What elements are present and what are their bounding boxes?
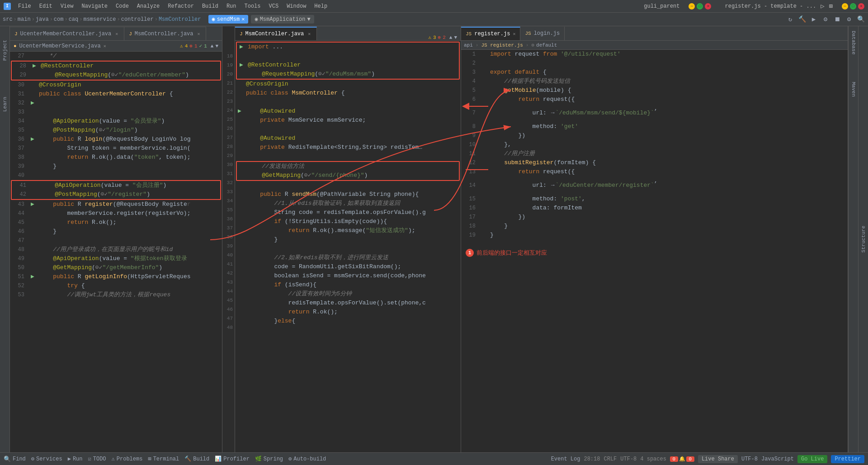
terminal-icon[interactable]: ⊞ (148, 456, 151, 462)
services-icon[interactable]: ⚙ (31, 456, 34, 462)
menu-analyze[interactable]: Analyze (133, 2, 163, 10)
go-live-btn[interactable]: Go Live (797, 455, 827, 463)
sub-tab-close[interactable]: ✕ (104, 43, 106, 49)
run-gutter-28[interactable]: ▶ (30, 62, 39, 71)
menu-edit[interactable]: Edit (36, 2, 56, 10)
search-icon-toolbar[interactable]: 🔍 (856, 15, 865, 24)
msm-app-btn[interactable]: ◉ MsmApplication ▼ (251, 15, 314, 24)
settings-icon[interactable]: ⚙ (844, 15, 854, 24)
js-tab-close-register[interactable]: ✕ (513, 31, 515, 37)
menu-code[interactable]: Code (112, 2, 132, 10)
run-gutter-51[interactable]: ▶ (28, 272, 37, 281)
menu-navigate[interactable]: Navigate (78, 2, 111, 10)
menu-file[interactable]: File (14, 2, 35, 10)
run-gutter-36[interactable]: ▶ (28, 135, 37, 144)
run-gutter-32[interactable]: ▶ (28, 99, 37, 108)
build-icon-bottom[interactable]: 🔨 (184, 456, 191, 462)
mid-line-42: code = RandomUtil.getSixBitRandom(); (235, 262, 461, 271)
find-label[interactable]: Find (13, 456, 26, 462)
menu-refactor[interactable]: Refactor (164, 2, 198, 10)
profiler-icon[interactable]: 📊 (215, 456, 222, 462)
services-label[interactable]: Services (36, 456, 62, 462)
maximize-button-left[interactable]: □ (697, 3, 703, 9)
spring-icon[interactable]: 🌿 (255, 456, 262, 462)
tab-login-js[interactable]: JS login.js (520, 27, 565, 40)
sub-tab-bar: ● UcenterMemberService.java ✕ ⚠ 4 ⊗ 1 ✓ … (10, 41, 222, 52)
prettier-btn[interactable]: Prettier (831, 455, 864, 463)
sidebar-learn[interactable]: Learn (2, 97, 8, 112)
auto-build-icon[interactable]: ⚙ (288, 456, 292, 462)
event-log[interactable]: Event Log (551, 456, 580, 462)
msm-app-dropdown[interactable]: ▼ (307, 16, 310, 23)
menu-tools[interactable]: Tools (241, 2, 264, 10)
maximize-button-right[interactable]: □ (850, 3, 856, 9)
mid-line-37: if (!StringUtils.isEmpty(code)){ (235, 217, 461, 226)
menu-window[interactable]: Window (283, 2, 310, 10)
run-gutter-mid-18[interactable]: ▶ (237, 43, 246, 52)
tab-close-msm-mid[interactable]: ✕ (307, 31, 312, 37)
run-btn-icon[interactable]: ▶ (68, 456, 71, 462)
auto-build-label[interactable]: Auto-build (293, 456, 326, 462)
scroll-down-left[interactable]: ▼ (215, 43, 218, 49)
project-name: guli_parent (644, 3, 679, 9)
sidebar-database[interactable]: Database (851, 31, 856, 55)
mid-line-38: return R.ok().message("短信发送成功"); (235, 226, 461, 235)
second-window-icon2[interactable]: ⊞ (829, 2, 833, 10)
find-icon[interactable]: 🔍 (4, 456, 11, 463)
run-label[interactable]: Run (73, 456, 83, 462)
sidebar-maven[interactable]: Maven (851, 82, 856, 97)
terminal-label[interactable]: Terminal (153, 456, 179, 462)
spring-label[interactable]: Spring (264, 456, 283, 462)
run-gutter-mid-25[interactable]: ▶ (235, 107, 244, 116)
sidebar-project[interactable]: Project (2, 40, 8, 61)
second-window-icon1[interactable]: ▷ (821, 2, 824, 10)
run-gutter-43[interactable]: ▶ (28, 200, 37, 209)
code-line-34: 34 @ApiOperation(value = "会员登录") (10, 117, 222, 126)
menu-run[interactable]: Run (223, 2, 240, 10)
build-label[interactable]: Build (193, 456, 209, 462)
profiler-label[interactable]: Profiler (223, 456, 250, 462)
breadcrumb-msmservice: msmservice (83, 16, 116, 23)
scroll-up-left[interactable]: ▲ (211, 43, 214, 49)
red-box-2: 41 @ApiOperation(value = "会员注册") 42 @Pos… (11, 180, 221, 200)
menu-build[interactable]: Build (198, 2, 222, 10)
refresh-icon[interactable]: ↻ (786, 15, 795, 24)
todo-icon[interactable]: ☑ (88, 456, 91, 462)
run-icon[interactable]: ▶ (809, 15, 818, 24)
tab-msm-controller-mid[interactable]: J MsmController.java ✕ (235, 27, 317, 40)
close-button-left[interactable]: ✕ (705, 3, 711, 9)
js-line-10: 10 }, (461, 140, 848, 149)
code-line-37: 37 String token = memberService.login( (10, 144, 222, 153)
tab-msm-controller-left[interactable]: J MsmController.java ✕ (124, 27, 206, 40)
run-gutter-mid-20[interactable]: ▶ (237, 61, 246, 70)
minimize-button-right[interactable]: ─ (842, 3, 848, 9)
tab-ucenter-controller[interactable]: J UcenterMemberController.java ✕ (10, 27, 124, 40)
sidebar-structure[interactable]: Structure (861, 226, 866, 252)
stop-icon[interactable]: ⏹ (833, 15, 842, 24)
tab-close-msm-left[interactable]: ✕ (196, 31, 201, 37)
scroll-down-mid[interactable]: ▼ (454, 35, 457, 40)
debug-icon[interactable]: ⚙ (821, 15, 830, 24)
mid-line-43: boolean isSend = msmService.send(code,ph… (235, 271, 461, 280)
menu-vcs[interactable]: VCS (265, 2, 283, 10)
todo-label[interactable]: TODO (93, 456, 106, 462)
status-position: 28:18 (584, 456, 600, 462)
send-tab-close[interactable]: ✕ (241, 16, 245, 23)
build-icon[interactable]: 🔨 (797, 15, 807, 24)
editors-container: J UcenterMemberController.java ✕ J MsmCo… (10, 26, 848, 452)
problems-label[interactable]: Problems (117, 456, 143, 462)
tab-register-js[interactable]: JS register.js ✕ (461, 27, 520, 40)
code-line-29: 29 @RequestMapping(⊙✓"/eduCenter/member"… (12, 71, 220, 80)
send-tab-icon: ◉ (212, 16, 215, 23)
problems-icon[interactable]: ⚠ (112, 456, 115, 462)
scroll-up-mid[interactable]: ▲ (449, 35, 453, 40)
send-msm-tab[interactable]: ◉ sendMsm ✕ (208, 15, 249, 24)
close-button-right[interactable]: ✕ (858, 3, 864, 9)
menu-help[interactable]: Help (311, 2, 331, 10)
menu-view[interactable]: View (57, 2, 77, 10)
tab-close-ucenter[interactable]: ✕ (114, 31, 119, 37)
err-icon-mid: ⊗ (438, 34, 441, 40)
code-line-27: 27 */ (10, 52, 222, 61)
minimize-button-left[interactable]: ─ (689, 3, 695, 9)
live-share-btn[interactable]: Live Share (698, 455, 738, 463)
